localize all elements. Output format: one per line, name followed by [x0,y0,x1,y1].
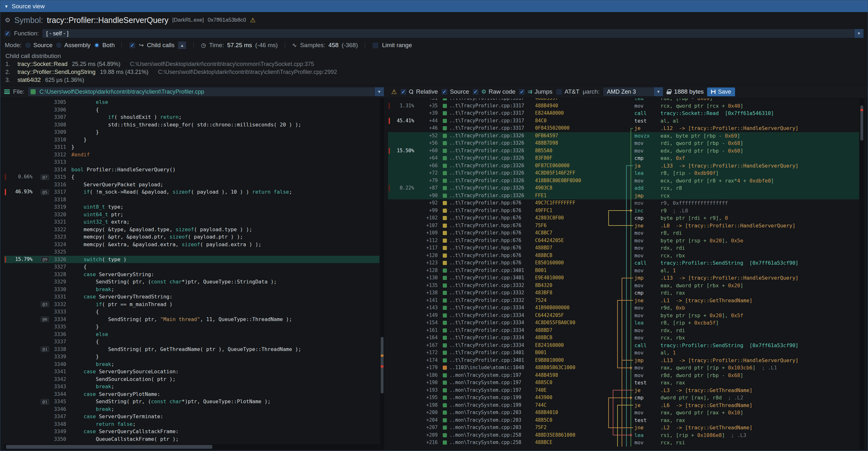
save-button[interactable]: Save [707,87,735,96]
radio-icon[interactable] [25,42,31,49]
source-line[interactable]: 3329 SendString( ptr, (const char*)ptr, … [4,278,379,286]
asm-instruction-row[interactable]: +186..mon\TracySystem.cpp:197448B4598mov… [388,372,859,379]
source-line[interactable]: 3321 uint32_t extra; [4,218,379,226]
asm-instruction-row[interactable]: +123..t\TracyProfiler.hpp:676E850160000c… [388,259,859,267]
asm-instruction-row[interactable]: +207..mon\TracySystem.cpp:20375F2jne.L2 … [388,424,859,431]
raw-code-toggle[interactable]: ✓ ⚙ Raw code [472,88,516,95]
asm-instruction-row[interactable]: +117..t\TracyProfiler.hpp:676488BD7movrd… [388,244,859,252]
limit-range-checkbox[interactable]: ✓ [372,42,379,49]
source-line[interactable]: 0.66%@73315{ [4,173,379,181]
source-line[interactable]: 3312#endif [4,151,379,159]
asm-instruction-row[interactable]: +209..mon\TracySystem.cpp:258488D35E8861… [388,431,859,439]
source-line[interactable]: 3328 case ServerQueryString: [4,271,379,278]
asm-instruction-row[interactable]: +120..t\TracyProfiler.hpp:676488BCBmovrc… [388,252,859,260]
source-line[interactable]: 3313 [4,158,379,166]
source-line[interactable]: 3349 case ServerQueryCallstackFrame: [4,428,379,435]
att-toggle[interactable]: ✓ AT&T [556,88,580,95]
asm-instruction-row[interactable]: +109..t\TracyProfiler.hpp:6764C8BC7movr8… [388,229,859,237]
asm-instruction-row[interactable]: +31..t\TracyProfiler.cpp:3317488D5597lea… [388,98,859,102]
mode-radio-assembly[interactable]: Assembly [56,42,90,49]
source-line[interactable]: 3309 } [4,128,379,136]
child-call-item[interactable]: 2.tracy::Profiler::SendLongString19.88 m… [5,68,863,76]
source-line[interactable]: 3340 break; [4,361,379,368]
asm-instruction-row[interactable]: +195..mon\TracySystem.cpp:199443900cmpdw… [388,394,859,402]
source-line[interactable]: 3323 memcpy( &ptr, &payload.ptr, sizeof(… [4,233,379,241]
source-line[interactable]: 3342 SendSourceLocation( ptr ); [4,375,379,383]
source-line[interactable]: 3320 uint64_t ptr; [4,211,379,218]
source-line[interactable]: 3330 break; [4,286,379,293]
checkbox-icon[interactable]: ✓ [519,89,525,95]
asm-instruction-row[interactable]: +90..t\TracyProfiler.cpp:3326FFE1jmprcx [388,192,859,200]
chevron-down-icon[interactable]: ▼ [854,29,864,38]
source-line[interactable]: 3337 { [4,338,379,345]
asm-instruction-row[interactable]: +102..t\TracyProfiler.hpp:67642803C0F00c… [388,214,859,222]
source-line[interactable]: 3331 case ServerQueryThreadString: [4,293,379,301]
asm-instruction-row[interactable]: +92..t\TracyProfiler.hpp:67649C7C1FFFFFF… [388,200,859,207]
source-line[interactable]: 3341 case ServerQuerySourceLocation: [4,368,379,375]
asm-instruction-row[interactable]: +193..mon\TracySystem.cpp:197740Eje.L3 -… [388,387,859,394]
source-line[interactable]: @63334 SendString( ptr, "Main thread", 1… [4,315,379,323]
source-line[interactable]: 3339 } [4,353,379,361]
asm-instruction-row[interactable]: +200..mon\TracySystem.cpp:203488B4010mov… [388,409,859,417]
asm-instruction-row[interactable]: +174..t\TracyProfiler.cpp:3401E9B8010000… [388,357,859,364]
collapse-icon[interactable]: ▼ [4,4,9,9]
source-line[interactable]: 3306 { [4,106,379,114]
source-line[interactable]: 3348 return false; [4,420,379,428]
asm-instruction-row[interactable]: +107..t\TracyProfiler.hpp:67675F6jne.L0 … [388,222,859,230]
uarch-combo[interactable]: AMD Zen 3 ▼ [603,87,663,96]
source-line[interactable]: 3350 QueueCallstackFrame( ptr ); [4,435,379,443]
source-line[interactable]: 3346 break; [4,405,379,413]
asm-instruction-row[interactable]: +172..t\TracyProfiler.cpp:3401B001moval,… [388,349,859,357]
asm-instruction-row[interactable]: +112..t\TracyProfiler.hpp:676C64424205Em… [388,237,859,245]
titlebar[interactable]: ▼ Source view [0,0,868,12]
radio-icon[interactable] [56,42,62,49]
asm-instruction-row[interactable]: +149..t\TracyProfiler.cpp:3334C64424205F… [388,312,859,320]
asm-instruction-row[interactable]: 1.31%+35..t\TracyProfiler.cpp:3317488B49… [388,102,859,110]
asm-instruction-row[interactable]: +99..t\TracyProfiler.hpp:67649FFC1incr9 … [388,207,859,215]
asm-instruction-row[interactable]: +130..t\TracyProfiler.cpp:3401E9E4010000… [388,274,859,282]
asm-instruction-row[interactable]: 15.50%+60..t\TracyProfiler.cpp:33268B55A… [388,147,859,155]
source-line[interactable]: @13338 SendString( ptr, GetThreadName( p… [4,345,379,353]
asm-instruction-row[interactable]: +154..t\TracyProfiler.cpp:33344C8D055FBA… [388,319,859,327]
asm-instruction-row[interactable]: +216..mon\TracySystem.cpp:258488BCEmovrc… [388,439,859,447]
source-vertical-scrollbar[interactable] [380,98,384,449]
scrollbar-thumb[interactable] [6,445,212,449]
source-line[interactable]: 3314bool Profiler::HandleServerQuery() [4,166,379,174]
source-line[interactable]: 3336 else [4,331,379,338]
asm-instruction-row[interactable]: +79..t\TracyProfiler.cpp:3326418B8C80E0B… [388,177,859,185]
source-line[interactable]: 3335 } [4,323,379,331]
source-line[interactable]: 3344 case ServerQueryPlotName: [4,390,379,398]
asm-instruction-row[interactable]: 45.41%+44..t\TracyProfiler.cpp:331784C0t… [388,117,859,125]
asm-instruction-row[interactable]: +167..t\TracyProfiler.cpp:3334E824160000… [388,342,859,350]
asm-vertical-scrollbar[interactable] [860,98,864,449]
asm-instruction-row[interactable]: +198..mon\TracySystem.cpp:199744Cje.L6 -… [388,402,859,409]
source-line[interactable]: 3327 { [4,263,379,271]
asm-instruction-row[interactable]: +72..t\TracyProfiler.cpp:33264C8D05F146F… [388,170,859,177]
source-line[interactable]: 3319 uint8_t type; [4,203,379,211]
asm-instruction-row[interactable]: +56..t\TracyProfiler.cpp:3326488B7D98mov… [388,140,859,147]
asm-instruction-row[interactable]: +135..t\TracyProfiler.cpp:33328B4320move… [388,282,859,290]
source-line[interactable]: 3322 memcpy( &type, &payload.type, sizeo… [4,226,379,234]
asm-instruction-row[interactable]: +204..mon\TracySystem.cpp:2034885C0testr… [388,417,859,424]
asm-instruction-row[interactable]: +128..t\TracyProfiler.cpp:3401B001moval,… [388,267,859,275]
chevron-down-icon[interactable]: ▼ [374,87,384,96]
source-line[interactable]: 3308 std::this_thread::sleep_for( std::c… [4,121,379,129]
radio-icon[interactable] [94,42,100,49]
function-combo[interactable]: [ - self - ] ▼ [42,29,864,38]
mode-radio-both[interactable]: Both [94,42,115,49]
asm-instruction-row[interactable]: +179..1103\include\atomic:1048488B05B63C… [388,364,859,372]
source-line[interactable]: 3333 { [4,308,379,315]
jumps-toggle[interactable]: ✓ ⇉ Jumps [519,88,552,95]
child-call-item[interactable]: 1.tracy::Socket::Read25.25 ms (54.89%)C:… [5,60,863,68]
asm-instruction-row[interactable]: +143..t\TracyProfiler.cpp:333441B90B0000… [388,304,859,312]
checkbox-icon[interactable]: ✓ [556,89,562,95]
asm-instruction-row[interactable]: +66..t\TracyProfiler.cpp:33260F87CE06000… [388,162,859,170]
source-toggle[interactable]: ✓ Source [441,88,469,95]
relative-toggle[interactable]: ✓ Relative [400,88,438,95]
checkbox-icon[interactable]: ✓ [400,89,407,95]
asm-instruction-row[interactable]: +190..mon\TracySystem.cpp:1974885C0testr… [388,379,859,387]
source-line[interactable]: @33332 if( ptr == m_mainThread ) [4,301,379,308]
asm-instruction-row[interactable]: +46..t\TracyProfiler.cpp:33170F843502000… [388,124,859,132]
source-line[interactable]: @13345 SendString( ptr, (const char*)ptr… [4,398,379,405]
mode-radio-source[interactable]: Source [25,42,53,49]
